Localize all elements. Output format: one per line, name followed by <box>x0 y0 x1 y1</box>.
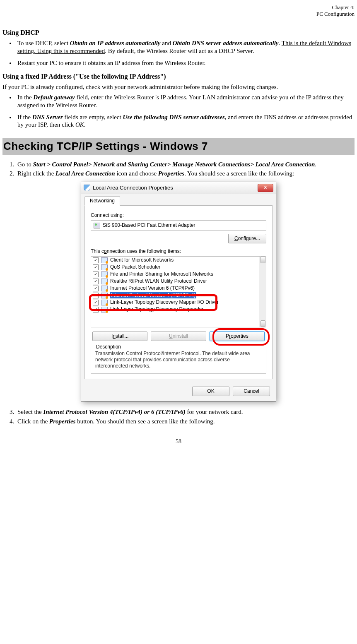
page-number: 58 <box>2 438 355 445</box>
list-item: To use DHCP, select Obtain an IP address… <box>16 39 355 55</box>
checkbox-icon[interactable]: ✓ <box>93 307 99 312</box>
list-item: Click on the Properties button. You shou… <box>16 418 355 425</box>
tab-strip: Networking <box>81 194 276 205</box>
header-line2: PC Configuration <box>316 11 355 17</box>
list-item[interactable]: ✓Link-Layer Topology Discovery Responder <box>91 306 266 313</box>
item-buttons-row: Install... Uninstall Properties <box>91 332 266 341</box>
properties-dialog: Local Area Connection Properties X Netwo… <box>81 182 276 401</box>
ok-button[interactable]: OK <box>192 387 229 396</box>
component-icon <box>101 279 108 284</box>
component-icon <box>101 272 108 277</box>
list-item: If the DNS Server fields are empty, sele… <box>16 113 355 129</box>
adapter-name: SiS 900-Based PCI Fast Ethernet Adapter <box>103 222 195 228</box>
fixed-ip-bullet-list: In the Default gateway field, enter the … <box>2 94 355 129</box>
dialog-title: Local Area Connection Properties <box>93 185 173 191</box>
list-item: Select the Internet Protocol Version 4(T… <box>16 408 355 416</box>
description-text: Transmission Control Protocol/Internet P… <box>95 351 262 369</box>
component-icon <box>101 264 108 270</box>
list-item[interactable]: ✓Client for Microsoft Networks <box>91 257 266 264</box>
page-header: Chapter 4: PC Configuration <box>2 4 355 17</box>
cancel-button[interactable]: Cancel <box>233 387 270 396</box>
description-groupbox: Description Transmission Control Protoco… <box>91 347 266 374</box>
uses-items-label: This connection uses the following items… <box>91 248 266 255</box>
list-item[interactable]: ✓Internet Protocol Version 6 (TCP/IPv6) <box>91 285 266 292</box>
checkbox-icon[interactable]: ✓ <box>93 286 99 291</box>
tab-networking[interactable]: Networking <box>84 196 120 206</box>
items-listbox[interactable]: ✓Client for Microsoft Networks ✓QoS Pack… <box>91 256 266 327</box>
list-item[interactable]: ✓File and Printer Sharing for Microsoft … <box>91 271 266 278</box>
configure-button[interactable]: Configure... <box>228 234 266 243</box>
checkbox-icon[interactable]: ✓ <box>93 300 99 305</box>
list-item: Go to Start > Control Panel> Network and… <box>16 161 355 168</box>
list-item: Right click the Local Area Connection ic… <box>16 170 355 178</box>
properties-button[interactable]: Properties <box>210 332 265 341</box>
description-legend: Description <box>94 344 123 350</box>
heading-using-dhcp: Using DHCP <box>2 29 355 37</box>
header-line1: Chapter 4: <box>332 4 355 10</box>
adapter-field[interactable]: SiS 900-Based PCI Fast Ethernet Adapter <box>91 220 266 231</box>
list-item: In the Default gateway field, enter the … <box>16 94 355 109</box>
install-button[interactable]: Install... <box>92 332 147 341</box>
checkbox-icon[interactable]: ✓ <box>93 279 99 284</box>
connect-using-label: Connect using: <box>91 212 266 219</box>
list-item-selected[interactable]: ✓Internet Protocol Version 4 (TCP/IPv4) <box>91 292 266 299</box>
shield-icon <box>84 185 90 191</box>
component-icon <box>101 307 108 312</box>
dhcp-bullet-list: To use DHCP, select Obtain an IP address… <box>2 39 355 67</box>
component-icon <box>101 300 108 305</box>
steps-list: Go to Start > Control Panel> Network and… <box>2 161 355 178</box>
dialog-footer: OK Cancel <box>81 382 276 401</box>
list-item[interactable]: ✓Link-Layer Topology Discovery Mapper I/… <box>91 299 266 306</box>
nic-icon <box>94 223 100 228</box>
list-item: Restart your PC to ensure it obtains an … <box>16 59 355 67</box>
component-icon <box>101 257 108 263</box>
close-icon: X <box>264 185 267 190</box>
list-item[interactable]: ✓QoS Packet Scheduler <box>91 264 266 271</box>
component-icon <box>101 286 108 291</box>
dialog-titlebar: Local Area Connection Properties X <box>81 182 276 194</box>
steps-list-continued: Select the Internet Protocol Version 4(T… <box>2 408 355 425</box>
checkbox-icon[interactable]: ✓ <box>93 272 99 277</box>
close-button[interactable]: X <box>258 184 273 192</box>
fixed-ip-intro: If your PC is already configured, check … <box>2 83 355 91</box>
tab-panel: Connect using: SiS 900-Based PCI Fast Et… <box>84 205 273 379</box>
heading-fixed-ip: Using a fixed IP Address ("Use the follo… <box>2 72 355 81</box>
checkbox-icon[interactable]: ✓ <box>93 293 99 298</box>
list-item[interactable]: ✓Realtke RtlProt WLAN Utility Protocol D… <box>91 278 266 285</box>
heading-checking-tcpip: Checking TCP/IP Settings - Windows 7 <box>2 138 355 155</box>
component-icon <box>101 293 108 298</box>
figure-dialog: Local Area Connection Properties X Netwo… <box>2 182 355 401</box>
checkbox-icon[interactable]: ✓ <box>93 257 99 263</box>
checkbox-icon[interactable]: ✓ <box>93 264 99 270</box>
uninstall-button[interactable]: Uninstall <box>151 332 206 341</box>
